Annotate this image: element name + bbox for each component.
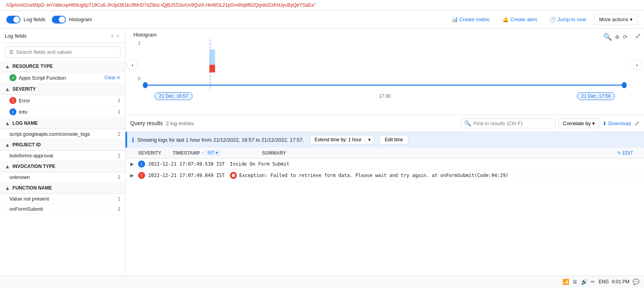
histogram-label: Histogram (69, 16, 92, 22)
section-header-resource-type[interactable]: ▲ RESOURCE TYPE (0, 61, 125, 72)
volume-icon: 🔊 (581, 279, 588, 285)
display-icon: 🖥 (572, 279, 578, 285)
clock-icon: 🕐 (549, 16, 556, 22)
svg-rect-1 (209, 49, 215, 65)
section-header-log-name[interactable]: ▲ LOG NAME (0, 118, 125, 129)
error-icon: ! (9, 97, 16, 104)
section-header-invocation-type[interactable]: ▲ INVOCATION TYPE (0, 161, 125, 172)
console-logs-label: script.googleapis.com/console_logs (9, 131, 115, 137)
sidebar-title: Log fields (5, 33, 27, 39)
error-severity-icon: ! (138, 172, 145, 179)
find-input[interactable] (473, 120, 552, 126)
chevron-down-icon: ▾ (630, 16, 633, 22)
find-box[interactable]: 🔍 (461, 118, 555, 128)
jump-to-now-button[interactable]: 🕐 Jump to now (545, 14, 591, 25)
fullscreen-button[interactable]: ⤢ (634, 120, 639, 127)
expand-row-2-button[interactable]: ▶ (129, 173, 135, 178)
download-icon: ⬇ (602, 120, 607, 126)
y-min-label: 0 (138, 76, 140, 81)
invocation-type-item-unknown[interactable]: unknown 2 (0, 172, 125, 182)
log-row[interactable]: ▶ i 2022-12-21 17:07:49.538 IST Inside O… (126, 159, 644, 170)
correlate-by-button[interactable]: Correlate by ▾ (558, 119, 599, 128)
function-name-item-not-present[interactable]: Value not present 1 (0, 194, 125, 204)
edit-time-button[interactable]: Edit time (380, 135, 408, 144)
info-severity-icon: i (138, 161, 145, 168)
time-mid-label: 17:30 (379, 93, 391, 99)
pen-icon: ✏ (591, 279, 595, 285)
system-time: 6:01 PM (612, 279, 629, 285)
timestamp-column-header[interactable]: TIMESTAMP ↑ IST ▾ (173, 150, 259, 156)
check-icon: ✓ (9, 74, 16, 81)
histogram-toggle[interactable] (52, 16, 66, 24)
severity-item-error[interactable]: ! Error 1 (0, 95, 125, 106)
create-metric-button[interactable]: 📊 Create metric (447, 14, 495, 25)
info-banner: ℹ Showing logs for last 1 hour from 21/1… (126, 132, 644, 148)
log-table-header: SEVERITY TIMESTAMP ↑ IST ▾ SUMMARY ✎ EDI… (126, 148, 644, 159)
section-header-severity[interactable]: ▲ SEVERITY (0, 84, 125, 95)
log-row-1-summary: Inside On Form Submit (230, 161, 641, 167)
console-logs-count: 2 (118, 131, 120, 137)
query-results-header: Query results 2 log entries 🔍 Correlate … (126, 115, 644, 132)
log-name-item[interactable]: script.googleapis.com/console_logs 2 (0, 129, 125, 139)
extend-main-button[interactable]: Extend time by: 1 hour (311, 135, 366, 144)
unknown-label: unknown (9, 174, 115, 180)
bell-icon: 🔔 (502, 16, 509, 22)
log-fields-toggle-group: Log fields (6, 16, 45, 24)
log-row[interactable]: ▶ ! 2022-12-21 17:07:49.849 IST Exceptio… (126, 170, 644, 181)
function-name-label: FUNCTION NAME (13, 185, 52, 191)
edit-columns-button[interactable]: ✎ EDIT (617, 150, 633, 156)
resource-type-item-apps-script: ✓ Apps Script Function Clear ✕ (0, 72, 125, 84)
log-count: 2 log entries (166, 120, 194, 126)
section-header-project-id[interactable]: ▲ PROJECT ID (0, 139, 125, 151)
log-fields-label: Log fields (24, 16, 45, 22)
log-row-1-timestamp: 2022-12-21 17:07:49.538 IST (148, 161, 227, 167)
extend-dropdown-button[interactable]: ▾ (366, 135, 373, 144)
histogram-nav-right-button[interactable]: › (631, 59, 642, 70)
more-actions-button[interactable]: More actions ▾ (594, 14, 638, 25)
invocation-type-label: INVOCATION TYPE (13, 164, 55, 169)
download-button[interactable]: ⬇ Download (602, 120, 631, 126)
sidebar-nav-right[interactable]: › (115, 32, 120, 40)
wifi-icon: 📶 (562, 279, 569, 285)
section-header-function-name[interactable]: ▲ FUNCTION NAME (0, 182, 125, 194)
search-box[interactable]: ☰ (5, 46, 120, 58)
unknown-count: 2 (118, 175, 120, 180)
chevron-up-icon: ▲ (5, 142, 10, 148)
resource-type-label: RESOURCE TYPE (13, 64, 53, 69)
language-label: ENG (599, 279, 609, 285)
search-icon: ☰ (9, 49, 14, 55)
severity-item-info[interactable]: i Info 1 (0, 106, 125, 118)
svg-rect-2 (209, 65, 215, 73)
chevron-up-icon: ▲ (5, 185, 10, 191)
function-name-item-onformsubmit[interactable]: onFormSubmit 1 (0, 204, 125, 214)
log-row-2-timestamp: 2022-12-21 17:07:49.849 IST (148, 173, 227, 178)
histogram-area: Histogram 🔍 ⊕ ⟳ ⤢ ‹ 2 0 (126, 29, 644, 115)
info-count: 1 (118, 109, 120, 115)
chevron-up-icon: ▲ (5, 163, 10, 170)
search-icon: 🔍 (464, 120, 471, 126)
log-fields-toggle[interactable] (6, 16, 20, 24)
project-id-item[interactable]: boloforms-approval 2 (0, 151, 125, 161)
search-input[interactable] (16, 49, 116, 55)
jump-to-now-label: Jump to now (557, 16, 586, 22)
log-name-label: LOG NAME (13, 120, 38, 126)
severity-label: SEVERITY (13, 86, 36, 92)
create-alert-button[interactable]: 🔔 Create alert (498, 14, 542, 25)
log-table: ℹ Showing logs for last 1 hour from 21/1… (126, 132, 644, 275)
chat-icon: 💬 (633, 279, 639, 285)
edit-label: EDIT (622, 150, 633, 156)
onformsubmit-label: onFormSubmit (9, 206, 115, 212)
sort-asc-icon: ↑ (202, 150, 204, 156)
clear-button[interactable]: Clear ✕ (104, 75, 120, 80)
download-label: Download (608, 120, 631, 126)
edit-column-header: ✎ EDIT (617, 150, 641, 156)
trace-banner: h3pAnAt2cw00pD--lmYatecxpH6Nug6pT19Cu6-J… (0, 0, 644, 11)
sidebar-nav-buttons: ‹ › (110, 32, 120, 40)
histogram-nav-left-button[interactable]: ‹ (127, 59, 138, 70)
sidebar-nav-left[interactable]: ‹ (110, 32, 115, 40)
main-layout: Log fields ‹ › ☰ ▲ RESOURCE TYPE ✓ Apps … (0, 29, 644, 275)
ist-badge[interactable]: IST ▾ (206, 150, 220, 156)
create-metric-label: Create metric (459, 16, 490, 22)
expand-row-1-button[interactable]: ▶ (129, 161, 135, 167)
extend-label: Extend time by: 1 hour (315, 137, 362, 142)
